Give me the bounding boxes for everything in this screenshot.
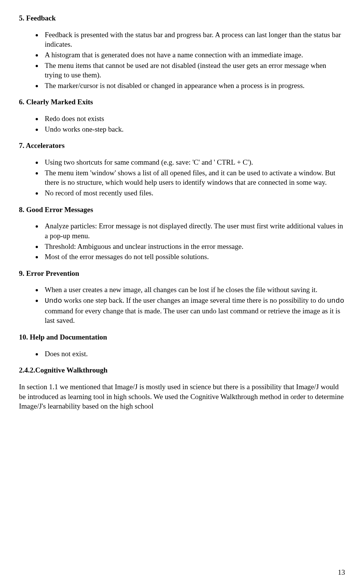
list-item: The menu item 'window' shows a list of a… — [42, 168, 345, 187]
section-8-heading: 8. Good Error Messages — [19, 205, 345, 215]
list-item: Redo does not exists — [42, 114, 345, 124]
code-text: undo — [327, 297, 344, 305]
list-item: Using two shortcuts for same command (e.… — [42, 157, 345, 167]
text: command for every change that is made. T… — [45, 307, 340, 325]
list-item: Undo works one step back. If the user ch… — [42, 296, 345, 325]
list-item: Most of the error messages do not tell p… — [42, 252, 345, 262]
section-5-list: Feedback is presented with the status ba… — [42, 30, 345, 91]
list-item: Feedback is presented with the status ba… — [42, 30, 345, 49]
subsection-heading: 2.4.2.Cognitive Walkthrough — [19, 365, 345, 375]
section-7-heading: 7. Accelerators — [19, 141, 345, 151]
code-text: Undo — [45, 297, 62, 305]
list-item: No record of most recently used files. — [42, 188, 345, 198]
section-10-heading: 10. Help and Documentation — [19, 332, 345, 342]
list-item: Undo works one-step back. — [42, 124, 345, 134]
list-item: Does not exist. — [42, 349, 345, 359]
page-number: 13 — [338, 568, 345, 577]
list-item: The menu items that cannot be used are n… — [42, 61, 345, 80]
list-item: A histogram that is generated does not h… — [42, 50, 345, 60]
list-item: Analyze particles: Error message is not … — [42, 221, 345, 241]
text: works one step back. If the user changes… — [62, 296, 327, 304]
section-6-heading: 6. Clearly Marked Exits — [19, 97, 345, 107]
section-8-list: Analyze particles: Error message is not … — [42, 221, 345, 262]
section-5-heading: 5. Feedback — [19, 13, 345, 23]
section-9-heading: 9. Error Prevention — [19, 269, 345, 278]
section-9-list: When a user creates a new image, all cha… — [42, 285, 345, 325]
list-item: Threshold: Ambiguous and unclear instruc… — [42, 242, 345, 252]
list-item: When a user creates a new image, all cha… — [42, 285, 345, 295]
list-item: The marker/cursor is not disabled or cha… — [42, 81, 345, 91]
section-7-list: Using two shortcuts for same command (e.… — [42, 157, 345, 198]
paragraph: In section 1.1 we mentioned that Image/J… — [19, 382, 345, 411]
section-10-list: Does not exist. — [42, 349, 345, 359]
section-6-list: Redo does not exists Undo works one-step… — [42, 114, 345, 134]
